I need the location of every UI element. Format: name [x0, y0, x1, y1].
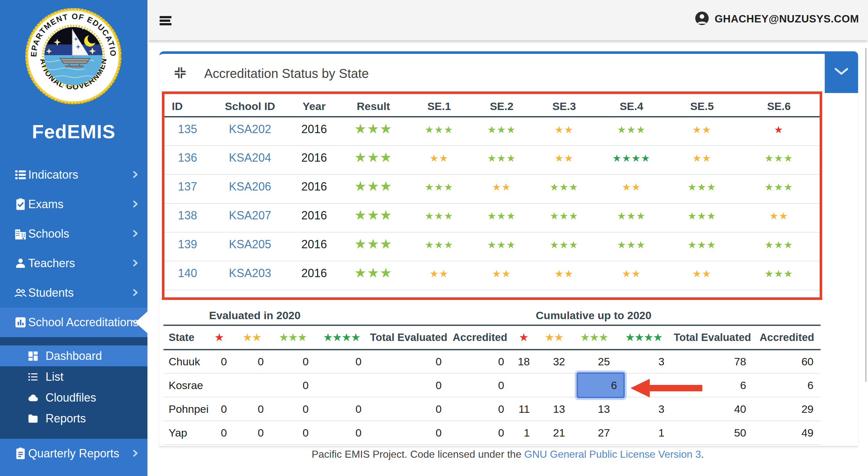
- listlines-icon: [27, 371, 39, 383]
- account-menu[interactable]: GHACHEY@NUZUSYS.COM: [694, 11, 859, 27]
- cell-value: 18: [511, 350, 537, 374]
- column-header-se-5: SE.5: [667, 96, 737, 117]
- sidebar-item-label: Reports: [45, 412, 86, 425]
- cell-value: 0: [449, 350, 511, 374]
- 3-star-rating: ★★★: [550, 239, 578, 250]
- cell-value: [511, 374, 537, 397]
- accreditation-id-link[interactable]: 138: [178, 209, 197, 222]
- accreditation-id-link[interactable]: 136: [178, 151, 197, 164]
- sidebar-subitem-dashboard[interactable]: Dashboard: [0, 346, 148, 366]
- accreditation-id-link[interactable]: 140: [178, 267, 197, 280]
- cell-value: 0: [369, 374, 449, 397]
- sidebar-subitem-list[interactable]: List: [0, 366, 148, 387]
- cell-value: 3: [617, 350, 672, 374]
- cell-se5-rating: ★★: [667, 261, 737, 290]
- cell-value: 27: [572, 421, 617, 445]
- chevron-right-icon: [131, 449, 141, 458]
- sidebar-item-label: Schools: [28, 227, 69, 241]
- sidebar-subitem-cloudfiles[interactable]: Cloudfiles: [0, 387, 148, 408]
- school-id-link[interactable]: KSA207: [229, 209, 271, 222]
- cell-se5-rating: ★★: [667, 146, 737, 175]
- accreditation-id-link[interactable]: 135: [178, 122, 197, 136]
- column-header-total-evaluated: Total Evaluated: [672, 326, 753, 350]
- accreditation-id-link[interactable]: 139: [178, 238, 197, 251]
- accreditation-id-link[interactable]: 137: [178, 180, 197, 193]
- 2-star-rating: ★★: [555, 153, 574, 164]
- cell-value: [234, 374, 271, 397]
- 2-star-rating: ★★: [555, 124, 574, 136]
- cell-se1-rating: ★★★: [407, 117, 471, 146]
- sidebar-item-indicators[interactable]: Indicators: [0, 160, 148, 189]
- column-header-se-4: SE.4: [596, 96, 667, 117]
- cell-value: 78: [672, 350, 753, 374]
- cell-value: [205, 374, 234, 397]
- quarterly-icon: [13, 446, 28, 460]
- column-header-se-6: SE.6: [737, 96, 820, 117]
- hamburger-menu-icon[interactable]: [160, 16, 172, 25]
- column-header-accredited: Accredited: [449, 326, 511, 350]
- sidebar-item-teachers[interactable]: Teachers: [0, 248, 148, 278]
- school-accreditations-submenu: DashboardListCloudfilesReports: [0, 337, 148, 439]
- 3-star-rating: ★★★: [354, 179, 393, 194]
- 3-star-rating: ★★★: [425, 124, 453, 136]
- chevron-right-icon: [131, 288, 141, 298]
- state-summary-wrap: Evaluated in 2020 Cumulative up to 2020 …: [163, 307, 820, 445]
- sidebar-item-schools[interactable]: Schools: [0, 219, 148, 248]
- cell-value: 0: [234, 350, 271, 374]
- 4-star-rating: ★★★★: [324, 332, 361, 343]
- cell-se4-rating: ★★★: [596, 203, 667, 232]
- cell-school-id: KSA206: [212, 175, 288, 203]
- footer-license-link[interactable]: GNU General Public License Version 3: [524, 448, 701, 460]
- table-row: 140KSA2032016★★★★★★★★★★★★★★★★: [163, 261, 820, 290]
- cell-se3-rating: ★★★: [532, 232, 596, 261]
- column-header-total-evaluated: Total Evaluated: [369, 326, 449, 350]
- cell-value: 0: [316, 421, 369, 445]
- sidebar-item-school-accreditations[interactable]: School Accreditations: [0, 307, 148, 337]
- cell-state-name: Pohnpei: [163, 397, 205, 421]
- 3-star-rating: ★★★: [487, 153, 516, 164]
- cell-year: 2016: [288, 261, 340, 290]
- cell-id: 140: [163, 261, 212, 290]
- sidebar-item-label: Teachers: [28, 257, 75, 270]
- 3-star-rating: ★★★: [354, 150, 393, 165]
- cell-value: 1: [617, 421, 672, 445]
- table-row: 139KSA2052016★★★★★★★★★★★★★★★★★★★★★: [163, 232, 820, 261]
- school-id-link[interactable]: KSA205: [229, 238, 271, 251]
- cell-value: 0: [449, 421, 511, 445]
- card-title: Accreditation Status by State: [204, 54, 369, 93]
- cell-value: 29: [753, 397, 820, 421]
- sidebar-item-exams[interactable]: Exams: [0, 189, 148, 219]
- sidebar-item-quarterly-reports[interactable]: Quarterly Reports: [0, 439, 148, 468]
- 3-star-rating: ★★★: [550, 210, 578, 221]
- state-row-chuuk: Chuuk00000018322537860: [163, 350, 820, 374]
- cell-value: 6: [672, 374, 753, 397]
- cell-se2-rating: ★★: [471, 261, 532, 290]
- 2-star-rating: ★★: [243, 332, 262, 343]
- sidebar-item-students[interactable]: Students: [0, 278, 148, 307]
- collapse-panel-button[interactable]: [825, 51, 858, 93]
- cell-value: 32: [537, 350, 572, 374]
- state-row-kosrae: Kosrae000666: [163, 374, 820, 397]
- 2-star-rating: ★★: [769, 210, 788, 221]
- school-id-link[interactable]: KSA206: [229, 180, 271, 193]
- school-id-link[interactable]: KSA202: [229, 122, 271, 136]
- cell-year: 2016: [288, 117, 340, 146]
- cell-se6-rating: ★★★: [737, 175, 820, 203]
- cell-value: 0: [271, 421, 316, 445]
- 3-star-rating: ★★★: [765, 268, 793, 279]
- cell-se6-rating: ★★★: [737, 232, 820, 261]
- collapse-icon[interactable]: [174, 66, 187, 80]
- cell-se2-rating: ★★★: [471, 232, 532, 261]
- cell-se3-rating: ★★: [532, 117, 596, 146]
- accreditation-status-card: Accreditation Status by State IDSchool I…: [159, 51, 858, 446]
- account-icon: [694, 11, 709, 27]
- highlighted-cell: 6: [577, 373, 625, 398]
- cell-value: 0: [205, 397, 234, 421]
- page: DEPARTMENT OF EDUCATION NATIONAL GOVERNM…: [0, 0, 868, 476]
- 3-star-rating: ★★★: [354, 208, 393, 222]
- cell-value: 13: [572, 397, 617, 421]
- cell-school-id: KSA207: [212, 203, 288, 232]
- school-id-link[interactable]: KSA204: [229, 151, 271, 164]
- school-id-link[interactable]: KSA203: [229, 267, 271, 280]
- sidebar-subitem-reports[interactable]: Reports: [0, 408, 148, 429]
